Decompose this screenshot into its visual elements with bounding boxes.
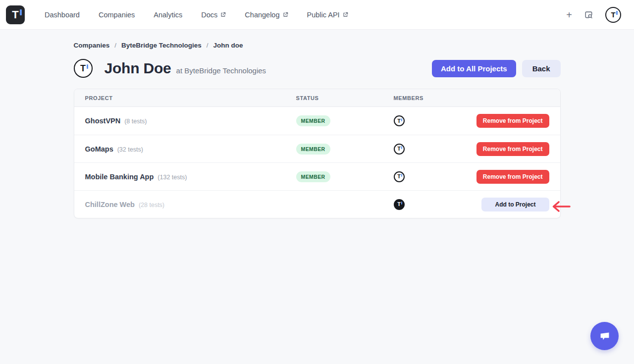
page-subtitle: at ByteBridge Technologies [176, 66, 266, 75]
hint-arrow-icon [551, 200, 572, 213]
person-avatar: T [74, 59, 93, 78]
table-row-chillzone-web: ChillZone Web (28 tests) T Add to Projec… [74, 190, 560, 218]
nav-item-public-api[interactable]: Public API [307, 11, 348, 19]
nav-item-label: Dashboard [45, 11, 80, 19]
member-avatar-glyph: T [397, 118, 401, 124]
member-avatar: T [394, 115, 405, 126]
project-cell: Mobile Banking App (132 tests) [85, 173, 296, 181]
main-content: Companies / ByteBridge Technologies / Jo… [74, 42, 561, 218]
user-avatar[interactable]: T [605, 7, 621, 23]
app-logo[interactable]: T [6, 5, 25, 24]
project-cell: GoMaps (32 tests) [85, 145, 296, 153]
header-actions: Add to All Projects Back [432, 60, 560, 77]
project-test-count: (132 tests) [158, 174, 187, 181]
breadcrumb-separator: / [114, 42, 116, 49]
member-avatar-glyph: T [397, 174, 401, 179]
project-name: GoMaps [85, 145, 113, 153]
add-to-project-button[interactable]: Add to Project [481, 198, 549, 211]
external-link-icon [220, 12, 226, 17]
project-test-count: (8 tests) [124, 118, 147, 125]
nav-item-label: Public API [307, 11, 340, 19]
nav-item-label: Companies [99, 11, 135, 19]
nav-right: + T [566, 7, 626, 23]
member-avatar: T [394, 144, 405, 155]
nav-item-companies[interactable]: Companies [99, 11, 135, 19]
add-to-all-projects-button[interactable]: Add to All Projects [432, 60, 516, 77]
project-test-count: (28 tests) [139, 202, 164, 208]
status-badge: MEMBER [296, 115, 330, 126]
breadcrumb-current: John doe [213, 42, 243, 49]
status-badge: MEMBER [296, 144, 330, 155]
nav-item-dashboard[interactable]: Dashboard [45, 11, 80, 19]
breadcrumb-companies[interactable]: Companies [74, 42, 110, 49]
app-logo-glyph: T [12, 9, 18, 20]
user-avatar-glyph: T [611, 11, 615, 18]
nav-item-analytics[interactable]: Analytics [154, 11, 182, 19]
project-test-count: (32 tests) [117, 146, 143, 153]
page-header: T John Doe at ByteBridge Technologies Ad… [74, 59, 561, 78]
column-status: STATUS [296, 95, 394, 101]
table-row-mobile-banking-app: Mobile Banking App (132 tests) MEMBER T … [74, 162, 560, 190]
page-title: John Doe [105, 60, 171, 77]
external-link-icon [283, 12, 288, 17]
remove-from-project-button[interactable]: Remove from Project [476, 114, 549, 128]
project-cell: GhostVPN (8 tests) [85, 117, 296, 125]
title-wrap: John Doe at ByteBridge Technologies [105, 60, 266, 77]
member-avatar: T [394, 199, 405, 210]
table-header: PROJECT STATUS MEMBERS [74, 89, 560, 107]
project-name: Mobile Banking App [85, 173, 154, 181]
nav-item-label: Changelog [245, 11, 279, 19]
chat-bubble-icon [597, 329, 612, 344]
member-avatar-glyph: T [397, 202, 401, 207]
remove-from-project-button[interactable]: Remove from Project [476, 170, 549, 184]
project-cell: ChillZone Web (28 tests) [85, 201, 296, 208]
column-members: MEMBERS [394, 95, 549, 101]
column-project: PROJECT [85, 95, 296, 101]
project-name: GhostVPN [85, 117, 121, 125]
nav-item-label: Analytics [154, 11, 182, 19]
remove-from-project-button[interactable]: Remove from Project [476, 142, 549, 156]
project-name: ChillZone Web [85, 201, 135, 208]
table-row-gomaps: GoMaps (32 tests) MEMBER T Remove from P… [74, 135, 560, 162]
external-link-icon [343, 12, 348, 17]
nav-links: Dashboard Companies Analytics Docs Chang… [45, 11, 348, 19]
top-nav: T Dashboard Companies Analytics Docs Cha… [0, 0, 634, 30]
person-avatar-glyph: T [80, 64, 86, 73]
status-badge: MEMBER [296, 171, 330, 182]
search-docs-icon[interactable] [584, 10, 593, 19]
breadcrumb-company[interactable]: ByteBridge Technologies [121, 42, 202, 49]
member-avatar-glyph: T [397, 146, 401, 152]
chat-widget-button[interactable] [590, 322, 619, 350]
back-button[interactable]: Back [522, 60, 561, 77]
nav-item-label: Docs [201, 11, 217, 19]
breadcrumb: Companies / ByteBridge Technologies / Jo… [74, 42, 561, 49]
nav-item-changelog[interactable]: Changelog [245, 11, 288, 19]
member-avatar: T [394, 171, 405, 182]
table-row-ghostvpn: GhostVPN (8 tests) MEMBER T Remove from … [74, 107, 560, 135]
projects-table: PROJECT STATUS MEMBERS GhostVPN (8 tests… [74, 89, 561, 218]
plus-icon[interactable]: + [566, 10, 572, 20]
breadcrumb-separator: / [207, 42, 209, 49]
nav-item-docs[interactable]: Docs [201, 11, 226, 19]
